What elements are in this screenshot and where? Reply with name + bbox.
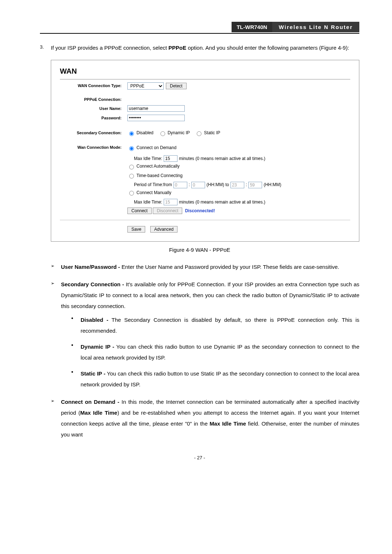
radio-sec-dynamic[interactable]: Dynamic IP [159, 130, 190, 136]
connect-button[interactable]: Connect [127, 208, 152, 214]
username-input[interactable] [127, 105, 185, 112]
demand-idle-row: Max Idle Time: minutes (0 means remain a… [134, 155, 350, 162]
radio-mode-auto[interactable]: Connect Automatically [127, 163, 180, 169]
radio-mode-demand[interactable]: Connect on Demand [127, 145, 176, 151]
product-title: Wireless Lite N Router [272, 22, 359, 32]
sub-static: Static IP - You can check this radio but… [71, 368, 359, 390]
advanced-button[interactable]: Advanced [150, 226, 177, 233]
bullet-connect-on-demand: Connect on Demand - In this mode, the In… [51, 397, 359, 440]
label-secondary: Secondary Connection: [60, 130, 127, 136]
period-from-h [173, 182, 187, 188]
wan-heading: WAN [60, 66, 350, 79]
detect-button[interactable]: Detect [166, 83, 187, 89]
step-number: 3. [40, 42, 51, 53]
radio-sec-static[interactable]: Static IP [195, 130, 220, 136]
radio-sec-disabled[interactable]: Disabled [127, 130, 154, 136]
period-to-m [248, 182, 262, 188]
page-number: - 27 - [40, 455, 359, 461]
password-input[interactable] [127, 115, 185, 121]
period-to-h [230, 182, 244, 188]
sub-disabled: Disabled - The Secondary Connection is d… [71, 315, 359, 336]
label-password: Password: [60, 115, 127, 121]
radio-mode-manual[interactable]: Connect Manually [127, 190, 171, 196]
page-header: TL-WR740N Wireless Lite N Router [40, 22, 359, 34]
disconnect-button: Disconnect [153, 208, 182, 214]
demand-idle-input[interactable] [164, 155, 177, 162]
save-button[interactable]: Save [127, 226, 145, 233]
wan-conn-type-select[interactable]: PPPoE [127, 82, 164, 90]
label-wan-mode: Wan Connection Mode: [60, 145, 127, 150]
period-from-m [191, 182, 205, 188]
sub-dynamic: Dynamic IP - You can check this radio bu… [71, 341, 359, 363]
bullet-secondary-connection: Secondary Connection - It's available on… [51, 279, 359, 390]
manual-idle-input [164, 199, 177, 205]
wan-screenshot: WAN WAN Connection Type: PPPoE Detect PP… [51, 60, 359, 242]
label-pppoe-conn: PPPoE Connection: [60, 97, 127, 102]
label-username: User Name: [60, 106, 127, 111]
manual-idle-row: Max Idle Time: minutes (0 means remain a… [134, 199, 350, 205]
step-text: If your ISP provides a PPPoE connection,… [51, 42, 359, 53]
bullet-username-password: User Name/Password - Enter the User Name… [51, 262, 359, 272]
product-model: TL-WR740N [232, 22, 272, 32]
time-period-row: Period of Time:from : (HH:MM) to : (HH:M… [134, 182, 350, 188]
step-3: 3. If your ISP provides a PPPoE connecti… [40, 42, 359, 53]
label-conn-type: WAN Connection Type: [60, 83, 127, 89]
conn-status: Disconnected! [185, 208, 215, 213]
radio-mode-time[interactable]: Time-based Connecting [127, 173, 183, 179]
figure-caption: Figure 4-9 WAN - PPPoE [40, 246, 359, 254]
